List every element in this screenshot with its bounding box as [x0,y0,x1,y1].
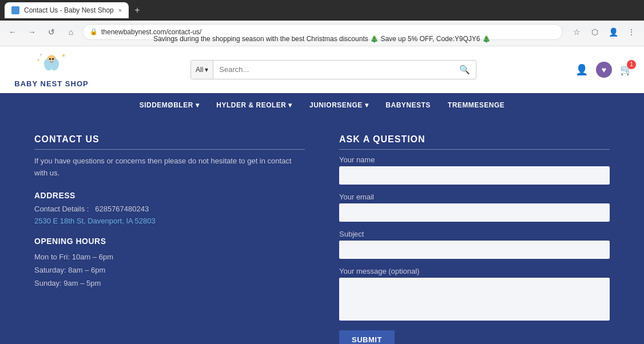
menu-button[interactable]: ⋮ [623,24,639,40]
nav-item-juniorsenge[interactable]: JUNIORSENGE ▾ [309,101,368,109]
contact-details: Contact Details : 6285767480243 [34,205,305,213]
page-content: CONTACT US If you have questions or conc… [0,117,644,344]
opening-hours-title: OPENING HOURS [34,237,305,246]
nav-label-hylder: HYLDER & REOLER [216,101,286,109]
wishlist-icon[interactable]: ♥ [596,62,612,78]
nav-item-babynests[interactable]: BABYNESTS [385,101,431,109]
name-field-group: Your name [339,155,610,185]
svg-point-4 [52,58,54,59]
message-label: Your message (optional) [339,267,610,275]
email-input[interactable] [339,203,610,222]
nav-item-hylder[interactable]: HYLDER & REOLER ▾ [216,101,292,109]
nav-label-babynests: BABYNESTS [385,101,431,109]
tab-favicon [11,6,19,14]
back-button[interactable]: ← [5,24,21,40]
chevron-down-icon: ▾ [205,66,208,74]
search-category-label: All [196,66,203,74]
contact-info-section: CONTACT US If you have questions or conc… [34,134,305,344]
svg-text:★: ★ [61,53,66,58]
tab-close-button[interactable]: × [118,7,122,14]
nav-item-tremmesenge[interactable]: TREMMESENGE [448,101,505,109]
contact-details-label: Contact Details : [34,205,89,213]
new-tab-button[interactable]: + [131,5,143,15]
logo-text: BABY NEST SHOP [14,79,88,88]
hours-saturday: Saturday: 8am – 6pm [34,263,305,277]
announcement-text: Savings during the shopping season with … [153,35,491,43]
logo-image: ★ ★ ✦ [34,51,69,78]
chevron-down-icon: ▾ [288,101,292,109]
search-bar[interactable]: All ▾ 🔍 [190,60,476,79]
tab-bar: Contact Us - Baby Nest Shop × + [0,0,644,21]
ask-question-section: ASK A QUESTION Your name Your email Subj… [339,134,610,344]
site-header: ★ ★ ✦ BABY NEST SHOP All ▾ 🔍 👤 ♥ 🛒 1 [0,46,644,93]
ask-question-title: ASK A QUESTION [339,134,610,150]
tab-label: Contact Us - Baby Nest Shop [24,6,114,14]
svg-text:✦: ✦ [39,53,42,57]
search-input[interactable] [213,61,454,79]
bookmark-button[interactable]: ☆ [569,24,585,40]
address-title: ADDRESS [34,191,305,200]
hours-mon-fri: Mon to Fri: 10am – 6pm [34,250,305,263]
nav-label-siddemøbler: SIDDEMØBLER [140,101,193,109]
contact-us-title: CONTACT US [34,134,305,150]
heart-icon: ♥ [596,62,612,78]
active-tab[interactable]: Contact Us - Baby Nest Shop × [5,2,129,18]
browser-right-controls: ☆ ⬡ 👤 ⋮ [569,24,639,40]
header-icons: 👤 ♥ 🛒 1 [575,62,633,78]
cart-badge: 1 [627,60,636,69]
address-link[interactable]: 2530 E 18th St, Davenport, IA 52803 [34,217,305,225]
message-textarea[interactable] [339,278,610,321]
opening-hours-list: Mon to Fri: 10am – 6pm Saturday: 8am – 6… [34,250,305,290]
contact-phone: 6285767480243 [95,205,149,213]
chevron-down-icon: ▾ [196,101,200,109]
site-nav: SIDDEMØBLER ▾ HYLDER & REOLER ▾ JUNIORSE… [0,93,644,117]
nav-item-siddemøbler[interactable]: SIDDEMØBLER ▾ [140,101,200,109]
name-input[interactable] [339,166,610,185]
logo-area[interactable]: ★ ★ ✦ BABY NEST SHOP [11,51,92,88]
hours-sunday: Sunday: 9am – 5pm [34,277,305,290]
forward-button[interactable]: → [24,24,40,40]
email-label: Your email [339,193,610,201]
reload-button[interactable]: ↺ [43,24,59,40]
home-button[interactable]: ⌂ [63,24,79,40]
chevron-down-icon: ▾ [365,101,369,109]
search-category-dropdown[interactable]: All ▾ [191,61,213,79]
svg-text:★: ★ [37,58,40,62]
cart-icon[interactable]: 🛒 1 [620,63,633,76]
email-field-group: Your email [339,193,610,222]
extensions-button[interactable]: ⬡ [587,24,603,40]
message-field-group: Your message (optional) [339,267,610,322]
account-icon[interactable]: 👤 [575,63,588,76]
nav-label-tremmesenge: TREMMESENGE [448,101,505,109]
svg-point-3 [49,58,51,59]
contact-intro-text: If you have questions or concerns then p… [34,155,305,179]
subject-input[interactable] [339,241,610,259]
profile-button[interactable]: 👤 [605,24,621,40]
name-label: Your name [339,155,610,164]
nav-label-juniorsenge: JUNIORSENGE [309,101,363,109]
subject-field-group: Subject [339,230,610,259]
subject-label: Subject [339,230,610,238]
search-button[interactable]: 🔍 [454,65,476,75]
lock-icon: 🔒 [90,28,98,35]
submit-button[interactable]: SUBMIT [339,330,395,344]
